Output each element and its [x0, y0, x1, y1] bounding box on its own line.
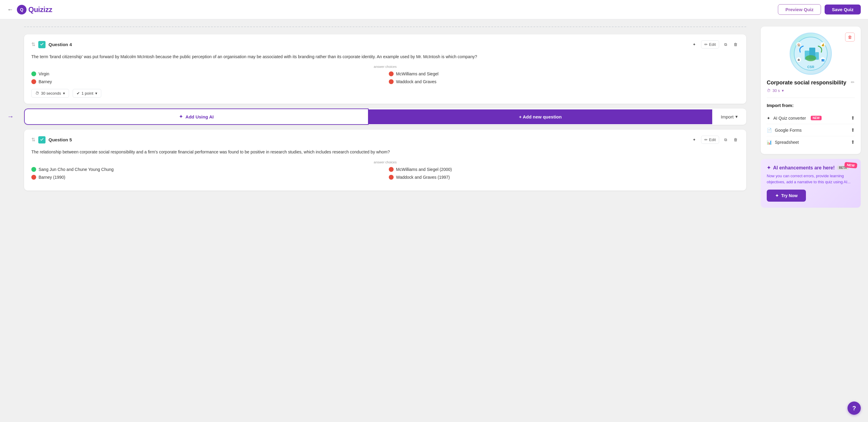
points-select-4[interactable]: ✔ 1 point ▾: [73, 89, 101, 98]
chevron-down-icon: ▾: [735, 114, 738, 119]
questions-column: ⇅ Question 4 ✦ ✏ Edit ⧉ 🗑 The term 'br: [0, 27, 753, 415]
try-now-button[interactable]: ✦ Try Now: [767, 190, 806, 202]
svg-text:🏠: 🏠: [797, 43, 801, 47]
quiz-meta: ⏱ 30 s ▾: [767, 88, 855, 93]
sparkle-icon: ✦: [767, 165, 771, 171]
new-badge: NEW: [811, 116, 821, 120]
answer-5-3: Barney (1990): [31, 175, 381, 180]
ai-card-description: Now you can correct errors, provide lear…: [767, 173, 855, 185]
svg-text:CSR: CSR: [807, 65, 814, 69]
answer-5-1: Sang Jun Cho and Chune Young Chung: [31, 167, 381, 172]
answer-grid-5: Sang Jun Cho and Chune Young Chung McWil…: [31, 167, 739, 180]
import-google-forms[interactable]: 📄 Google Forms ⬆: [767, 124, 855, 136]
google-forms-icon: 📄: [767, 128, 772, 132]
svg-text:👥: 👥: [821, 58, 825, 62]
magic-wand-button[interactable]: ✦: [691, 136, 698, 144]
add-using-ai-button[interactable]: ✦ Add Using AI: [24, 109, 369, 125]
answer-grid-4: Virgin McWilliams and Siegel Barney Wadd…: [31, 71, 739, 84]
answer-5-4: Waddock and Graves (1997): [389, 175, 739, 180]
ai-sparkle-icon: ✦: [179, 114, 183, 119]
upload-icon: ⬆: [851, 127, 855, 133]
wrong-dot: [389, 71, 394, 76]
svg-point-4: [805, 55, 816, 61]
csr-illustration: 🏠 💰 ♻ 👥 CSR: [793, 36, 829, 72]
wrong-dot: [31, 79, 36, 84]
question-5-actions: ✦ ✏ Edit ⧉ 🗑: [691, 135, 739, 144]
sidebar: 🏠 💰 ♻ 👥 CSR 🗑 Corporate social responsib…: [753, 27, 868, 415]
edit-q5-button[interactable]: ✏ Edit: [701, 135, 719, 144]
edit-q4-button[interactable]: ✏ Edit: [701, 40, 719, 49]
quiz-title: Corporate social responsibility: [767, 80, 846, 86]
wrong-dot: [389, 79, 394, 84]
answer-4-1: Virgin: [31, 71, 381, 76]
drag-handle-icon[interactable]: ⇅: [31, 41, 35, 47]
check-icon: ✔: [76, 91, 80, 95]
correct-dot: [31, 71, 36, 76]
question-4-actions: ✦ ✏ Edit ⧉ 🗑: [691, 40, 739, 49]
upload-icon: ⬆: [851, 139, 855, 145]
save-quiz-button[interactable]: Save Quiz: [825, 4, 861, 14]
edit-pencil-icon: ✏: [704, 42, 708, 47]
time-select-4[interactable]: ⏱ 30 seconds ▾: [31, 89, 69, 98]
add-new-question-button[interactable]: + Add new question: [369, 110, 712, 124]
quiz-title-row: Corporate social responsibility ✏: [767, 80, 855, 88]
question-type-icon: [38, 136, 45, 144]
question-5-header-left: ⇅ Question 5: [31, 136, 72, 144]
add-bar-container: → ✦ Add Using AI + Add new question Impo…: [24, 109, 746, 125]
timer-icon: ⏱: [35, 91, 39, 95]
logo: Q Quizizz: [17, 5, 52, 14]
question-4-text: The term 'brand citizenship' was put for…: [31, 53, 739, 60]
import-title: Import from:: [767, 103, 855, 108]
back-button[interactable]: ←: [7, 6, 13, 13]
ai-icon: ✦: [767, 116, 770, 121]
drag-handle-icon[interactable]: ⇅: [31, 137, 35, 143]
help-button[interactable]: ?: [847, 401, 861, 415]
header: ← Q Quizizz Preview Quiz Save Quiz: [0, 0, 868, 19]
new-corner-badge: NEW: [844, 162, 858, 169]
answer-4-3: Barney: [31, 79, 381, 84]
quiz-info-card: 🏠 💰 ♻ 👥 CSR 🗑 Corporate social responsib…: [761, 27, 861, 154]
spreadsheet-icon: 📊: [767, 140, 772, 145]
question-5-card: ⇅ Question 5 ✦ ✏ Edit ⧉ 🗑 The relation: [24, 130, 746, 190]
svg-text:💰: 💰: [821, 43, 825, 47]
delete-q5-button[interactable]: 🗑: [732, 136, 739, 144]
timer-icon: ⏱: [767, 88, 771, 93]
header-right: Preview Quiz Save Quiz: [778, 4, 861, 15]
upload-icon: ⬆: [851, 115, 855, 121]
question-5-header: ⇅ Question 5 ✦ ✏ Edit ⧉ 🗑: [31, 135, 739, 144]
delete-q4-button[interactable]: 🗑: [732, 41, 739, 48]
import-section: Import from: ✦ AI Quiz converter NEW ⬆ 📄…: [767, 98, 855, 148]
import-button[interactable]: Import ▾: [712, 109, 747, 124]
separator: [24, 27, 746, 27]
logo-text: Quizizz: [28, 5, 52, 14]
wrong-dot: [389, 175, 394, 180]
delete-thumbnail-button[interactable]: 🗑: [845, 33, 855, 41]
correct-dot: [31, 167, 36, 172]
logo-icon: Q: [17, 5, 27, 14]
ai-enhancements-card: NEW ✦ AI enhancements are here! BETA Now…: [761, 159, 861, 208]
wrong-dot: [31, 175, 36, 180]
question-4-header: ⇅ Question 4 ✦ ✏ Edit ⧉ 🗑: [31, 40, 739, 49]
copy-q5-button[interactable]: ⧉: [723, 136, 728, 144]
answer-choices-label-4: answer choices: [31, 65, 739, 68]
chevron-down-icon: ▾: [95, 91, 97, 95]
copy-q4-button[interactable]: ⧉: [723, 41, 728, 49]
question-5-text: The relationship between corporate socia…: [31, 149, 739, 155]
quiz-thumbnail: 🏠 💰 ♻ 👥 CSR: [789, 33, 832, 75]
question-5-label: Question 5: [49, 137, 72, 142]
main-content: ⇅ Question 4 ✦ ✏ Edit ⧉ 🗑 The term 'br: [0, 19, 868, 422]
edit-title-button[interactable]: ✏: [851, 80, 855, 85]
question-type-icon: [38, 41, 45, 48]
question-4-label: Question 4: [49, 42, 72, 47]
import-ai-left: ✦ AI Quiz converter NEW: [767, 116, 822, 121]
import-google-left: 📄 Google Forms: [767, 128, 802, 132]
import-ai-quiz[interactable]: ✦ AI Quiz converter NEW ⬆: [767, 112, 855, 124]
import-spreadsheet[interactable]: 📊 Spreadsheet ⬆: [767, 136, 855, 148]
wrong-dot: [389, 167, 394, 172]
svg-text:♻: ♻: [798, 58, 800, 61]
question-4-footer: ⏱ 30 seconds ▾ ✔ 1 point ▾: [31, 89, 739, 98]
magic-wand-button[interactable]: ✦: [691, 41, 698, 48]
chevron-down-icon[interactable]: ▾: [782, 88, 784, 93]
answer-4-4: Waddock and Graves: [389, 79, 739, 84]
preview-quiz-button[interactable]: Preview Quiz: [778, 4, 821, 15]
